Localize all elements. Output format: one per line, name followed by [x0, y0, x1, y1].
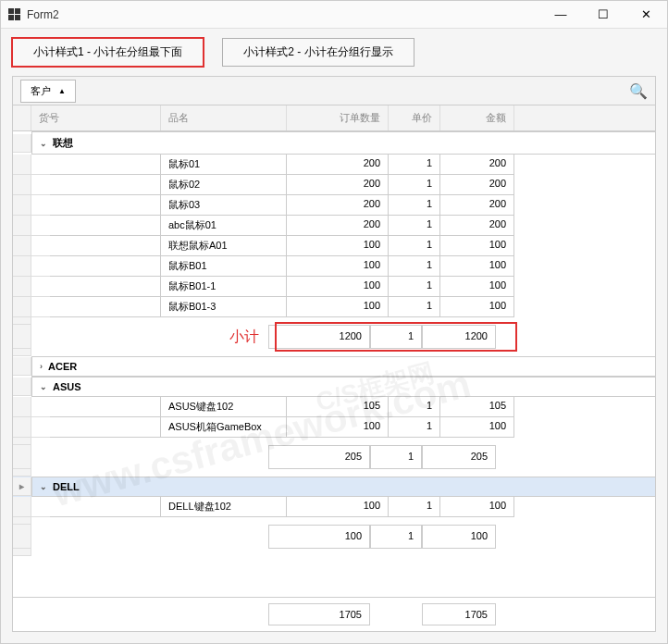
cell-sku: [50, 497, 161, 517]
cell-sku: [50, 236, 161, 256]
maximize-button[interactable]: ☐: [582, 1, 625, 29]
col-header-qty[interactable]: 订单数量: [287, 105, 389, 130]
cell-price: 1: [389, 195, 440, 216]
group-row[interactable]: ⌄联想: [13, 131, 655, 155]
app-icon: [8, 8, 21, 21]
cell-price: 1: [389, 417, 440, 438]
cell-sku: [50, 195, 161, 216]
group-row[interactable]: ›ACER: [13, 356, 655, 377]
cell-name: 鼠标B01: [161, 256, 287, 277]
group-row[interactable]: ▸⌄DELL: [13, 477, 655, 497]
table-row[interactable]: 鼠标B011001100: [13, 256, 655, 277]
cell-amount: 100: [440, 256, 514, 277]
group-chip-label: 客户: [31, 84, 51, 98]
subtotal-label: 小计: [229, 328, 259, 347]
table-row[interactable]: ASUS机箱GameBox1001100: [13, 417, 655, 438]
grand-qty: 1705: [268, 603, 370, 625]
cell-name: 鼠标B01-1: [161, 277, 287, 297]
table-row[interactable]: 鼠标B01-31001100: [13, 297, 655, 317]
col-header-sku[interactable]: 货号: [31, 105, 161, 130]
col-header-amount[interactable]: 金额: [440, 105, 514, 130]
table-row[interactable]: 鼠标B01-11001100: [13, 277, 655, 297]
subtotal-style-1-button[interactable]: 小计样式1 - 小计在分组最下面: [12, 38, 204, 67]
cell-name: ASUS机箱GameBox: [161, 417, 287, 438]
subtotal-amount: 1200: [422, 325, 496, 349]
cell-name: DELL键盘102: [161, 497, 287, 517]
subtotal-price: 1: [370, 325, 422, 349]
cell-price: 1: [389, 216, 440, 236]
table-row[interactable]: 鼠标032001200: [13, 195, 655, 216]
grid-body: ⌄联想鼠标012001200鼠标022001200鼠标032001200abc鼠…: [13, 131, 655, 597]
group-name: DELL: [53, 481, 80, 492]
sort-arrow-icon: ▲: [58, 87, 66, 95]
table-row[interactable]: DELL键盘1021001100: [13, 497, 655, 517]
cell-amount: 100: [440, 277, 514, 297]
col-header-name[interactable]: 品名: [161, 105, 287, 130]
subtotal-row: 小计120011200: [13, 325, 655, 349]
grand-amount: 1705: [422, 603, 496, 625]
group-chip-customer[interactable]: 客户 ▲: [20, 80, 76, 103]
cell-price: 1: [389, 297, 440, 317]
group-row[interactable]: ⌄ASUS: [13, 377, 655, 397]
cell-qty: 200: [287, 195, 389, 216]
group-name: ASUS: [53, 381, 81, 392]
subtotal-price: 1: [370, 525, 422, 549]
subtotal-price: 1: [370, 445, 422, 469]
cell-amount: 200: [440, 216, 514, 236]
chevron-icon: ⌄: [40, 382, 47, 391]
chevron-icon: ⌄: [40, 139, 47, 148]
cell-sku: [50, 297, 161, 317]
chevron-icon: ⌄: [40, 482, 47, 491]
subtotal-qty: 100: [268, 525, 370, 549]
content: 客户 ▲ 🔍 货号 品名 订单数量 单价 金额 ⌄联想鼠标012001200鼠标…: [1, 76, 667, 643]
cell-amount: 200: [440, 195, 514, 216]
cell-price: 1: [389, 175, 440, 195]
cell-qty: 100: [287, 417, 389, 438]
cell-qty: 200: [287, 216, 389, 236]
cell-sku: [50, 256, 161, 277]
cell-sku: [50, 175, 161, 195]
close-button[interactable]: ✕: [625, 1, 667, 29]
cell-qty: 100: [287, 256, 389, 277]
table-row[interactable]: 联想鼠标A011001100: [13, 236, 655, 256]
cell-qty: 100: [287, 236, 389, 256]
table-row[interactable]: abc鼠标012001200: [13, 216, 655, 236]
subtotal-qty: 205: [268, 445, 370, 469]
subtotal-row: 1001100: [13, 525, 655, 549]
table-row[interactable]: ASUS键盘1021051105: [13, 397, 655, 417]
cell-sku: [50, 155, 161, 175]
cell-amount: 100: [440, 497, 514, 517]
cell-name: 鼠标01: [161, 155, 287, 175]
cell-name: 鼠标B01-3: [161, 297, 287, 317]
cell-amount: 100: [440, 297, 514, 317]
table-row[interactable]: 鼠标022001200: [13, 175, 655, 195]
cell-qty: 100: [287, 497, 389, 517]
cell-name: ASUS键盘102: [161, 397, 287, 417]
cell-qty: 100: [287, 277, 389, 297]
cell-price: 1: [389, 397, 440, 417]
cell-price: 1: [389, 236, 440, 256]
search-icon[interactable]: 🔍: [629, 82, 648, 100]
cell-amount: 100: [440, 417, 514, 438]
minimize-button[interactable]: —: [539, 1, 582, 29]
table-row[interactable]: 鼠标012001200: [13, 155, 655, 175]
col-header-price[interactable]: 单价: [389, 105, 440, 130]
group-panel[interactable]: 客户 ▲ 🔍: [12, 76, 656, 105]
window: Form2 — ☐ ✕ 小计样式1 - 小计在分组最下面 小计样式2 - 小计在…: [0, 0, 668, 644]
cell-qty: 200: [287, 155, 389, 175]
subtotal-style-2-button[interactable]: 小计样式2 - 小计在分组行显示: [222, 38, 414, 67]
subtotal-amount: 205: [422, 445, 496, 469]
cell-name: 鼠标03: [161, 195, 287, 216]
grid: 货号 品名 订单数量 单价 金额 ⌄联想鼠标012001200鼠标0220012…: [12, 105, 656, 632]
cell-price: 1: [389, 155, 440, 175]
cell-amount: 100: [440, 236, 514, 256]
cell-name: 联想鼠标A01: [161, 236, 287, 256]
titlebar: Form2 — ☐ ✕: [1, 1, 667, 29]
cell-amount: 200: [440, 175, 514, 195]
cell-qty: 200: [287, 175, 389, 195]
subtotal-row: 2051205: [13, 445, 655, 469]
subtotal-amount: 100: [422, 525, 496, 549]
cell-name: abc鼠标01: [161, 216, 287, 236]
cell-amount: 200: [440, 155, 514, 175]
group-name: ACER: [48, 361, 77, 372]
